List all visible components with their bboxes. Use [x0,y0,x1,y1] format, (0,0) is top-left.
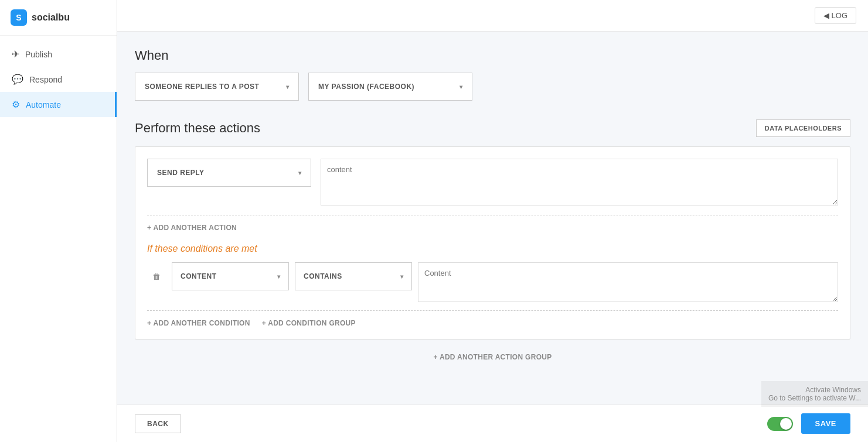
perform-header: Perform these actions DATA PLACEHOLDERS [135,119,850,137]
when-title: When [135,48,850,63]
save-button[interactable]: SAVE [801,413,850,434]
add-another-action-group-button[interactable]: + ADD ANOTHER ACTION GROUP [433,353,552,361]
add-another-condition-button[interactable]: + ADD ANOTHER CONDITION [147,319,250,327]
content-area: When SOMEONE REPLIES TO A POST ▾ MY PASS… [117,32,868,405]
action-dropdown[interactable]: SEND REPLY ▾ [147,159,311,187]
action-row: SEND REPLY ▾ [147,159,838,205]
activate-windows-notice: Activate Windows Go to Settings to activ… [761,381,868,407]
data-placeholders-button[interactable]: DATA PLACEHOLDERS [756,119,850,137]
logo-icon-letter: S [16,13,21,22]
top-bar: ◀ LOG [117,0,868,32]
activate-windows-text: Activate Windows [768,386,861,394]
contains-dropdown[interactable]: CONTAINS ▾ [295,262,412,290]
trigger-dropdown-label: SOMEONE REPLIES TO A POST [145,83,259,91]
logo: S socialbu [0,0,117,36]
sidebar-item-respond-label: Respond [29,75,62,84]
activate-toggle[interactable] [767,417,793,431]
conditions-section: If these conditions are met 🗑 CONTENT ▾ … [147,244,838,327]
condition-row: 🗑 CONTENT ▾ CONTAINS ▾ [147,262,838,302]
add-action-divider: + ADD ANOTHER ACTION [147,215,838,232]
conditions-title: If these conditions are met [147,244,838,254]
sidebar-item-automate-label: Automate [26,100,61,109]
trigger-dropdown-arrow: ▾ [286,84,290,90]
bottom-right: SAVE [767,413,850,434]
content-dropdown-arrow: ▾ [277,273,281,280]
account-dropdown[interactable]: MY PASSION (FACEBOOK) ▾ [308,73,472,101]
main-content: ◀ LOG When SOMEONE REPLIES TO A POST ▾ M… [117,0,868,442]
add-action-group-section: + ADD ANOTHER ACTION GROUP [135,351,850,362]
toggle-container [767,417,793,431]
condition-footer: + ADD ANOTHER CONDITION + ADD CONDITION … [147,310,838,327]
sidebar-item-respond[interactable]: 💬 Respond [0,67,117,92]
account-dropdown-arrow: ▾ [459,84,463,90]
automate-icon: ⚙ [12,99,20,110]
logo-text: socialbu [32,12,70,23]
content-dropdown-label: CONTENT [181,272,217,280]
sidebar-item-publish-label: Publish [25,50,52,59]
activate-windows-sub: Go to Settings to activate W... [768,394,861,402]
contains-dropdown-arrow: ▾ [400,273,404,280]
add-condition-group-button[interactable]: + ADD CONDITION GROUP [262,319,356,327]
contains-dropdown-label: CONTAINS [304,272,342,280]
bottom-bar: BACK SAVE [117,405,868,442]
content-condition-dropdown[interactable]: CONTENT ▾ [172,262,289,290]
sidebar: S socialbu ✈ Publish 💬 Respond ⚙ Automat… [0,0,117,442]
delete-condition-icon[interactable]: 🗑 [147,262,166,290]
action-content-textarea[interactable] [321,159,838,205]
action-dropdown-label: SEND REPLY [157,169,205,177]
logo-icon: S [11,9,27,26]
trigger-dropdown[interactable]: SOMEONE REPLIES TO A POST ▾ [135,73,299,101]
condition-content-textarea[interactable] [418,262,838,302]
sidebar-item-publish[interactable]: ✈ Publish [0,42,117,67]
back-button[interactable]: BACK [135,414,181,433]
sidebar-item-automate[interactable]: ⚙ Automate [0,92,117,117]
account-dropdown-label: MY PASSION (FACEBOOK) [318,83,414,91]
action-dropdown-arrow: ▾ [298,170,302,176]
add-another-action-button[interactable]: + ADD ANOTHER ACTION [147,224,237,232]
when-row: SOMEONE REPLIES TO A POST ▾ MY PASSION (… [135,73,850,101]
log-button[interactable]: ◀ LOG [815,7,856,24]
sidebar-nav: ✈ Publish 💬 Respond ⚙ Automate [0,36,117,123]
perform-title: Perform these actions [135,121,260,136]
actions-box: SEND REPLY ▾ + ADD ANOTHER ACTION If the… [135,146,850,340]
publish-icon: ✈ [12,49,19,60]
respond-icon: 💬 [12,74,23,85]
